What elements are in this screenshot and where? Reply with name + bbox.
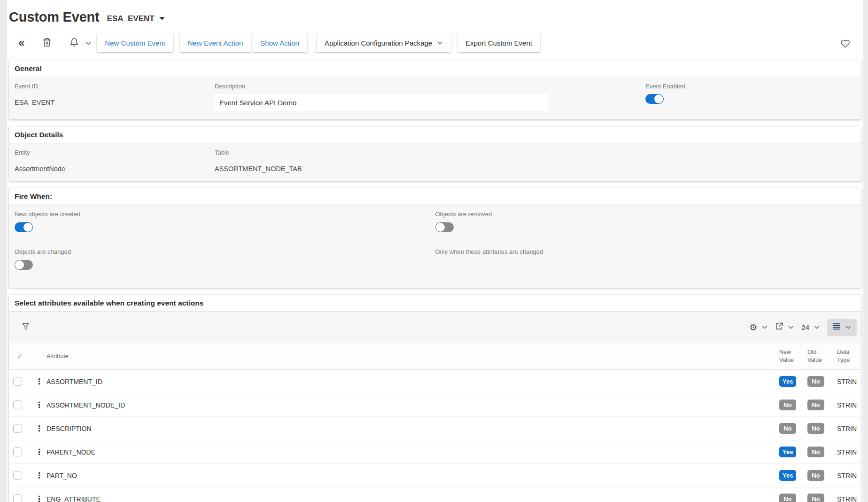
chevron-down-icon <box>788 325 794 329</box>
new-event-action-button[interactable]: New Event Action <box>180 33 251 52</box>
attribute-name: ENG_ATTRIBUTE <box>46 495 779 502</box>
table-row[interactable]: ⋮ PART_NO Yes No STRIN <box>9 464 861 487</box>
entity-field: Entity AssortmentNode <box>15 149 215 173</box>
objects-removed-label: Objects are removed <box>435 211 856 218</box>
description-label: Description <box>215 83 645 90</box>
objects-changed-label: Objects are changed <box>15 248 435 255</box>
trash-icon <box>42 37 52 49</box>
object-details-card: Object Details Entity AssortmentNode Tab… <box>9 126 861 181</box>
export-custom-event-button[interactable]: Export Custom Event <box>457 33 540 52</box>
new-objects-created-toggle[interactable] <box>15 222 33 232</box>
general-card: General Event ID ESA_EVENT Description E… <box>9 60 861 119</box>
general-card-title: General <box>9 60 861 77</box>
filter-button[interactable] <box>18 319 33 336</box>
new-value-badge: No <box>779 400 796 410</box>
objects-removed-field: Objects are removed <box>435 211 856 234</box>
column-old-value[interactable]: Old Value <box>807 348 837 364</box>
attributes-card-title: Select attributes available when creatin… <box>9 295 861 312</box>
description-input[interactable] <box>215 94 548 111</box>
old-value-badge: No <box>807 470 824 481</box>
view-mode-dropdown[interactable] <box>827 319 857 336</box>
row-checkbox[interactable] <box>13 424 22 433</box>
collapse-button[interactable]: « <box>16 34 27 51</box>
objects-changed-toggle[interactable] <box>15 260 33 270</box>
table-export-dropdown[interactable] <box>775 322 794 332</box>
delete-button[interactable] <box>39 34 54 52</box>
row-menu-kebab-icon[interactable]: ⋮ <box>31 447 46 457</box>
table-settings-dropdown[interactable]: ⚙ <box>749 323 767 332</box>
row-menu-kebab-icon[interactable]: ⋮ <box>31 376 46 386</box>
data-type-value: STRIN <box>837 425 861 432</box>
entity-value: AssortmentNode <box>15 160 215 173</box>
data-type-value: STRIN <box>837 448 861 456</box>
entity-label: Entity <box>15 149 215 156</box>
attribute-name: ASSORTMENT_ID <box>46 378 779 385</box>
row-menu-kebab-icon[interactable]: ⋮ <box>31 424 46 433</box>
row-checkbox[interactable] <box>13 471 22 480</box>
table-row[interactable]: ⋮ ASSORTMENT_ID Yes No STRIN <box>9 370 861 393</box>
record-selector[interactable]: ESA_EVENT <box>107 14 165 24</box>
table-row[interactable]: ⋮ PARENT_NODE Yes No STRIN <box>9 440 861 464</box>
chevron-down-icon <box>437 41 443 45</box>
bell-icon <box>70 37 79 49</box>
page-size-dropdown[interactable]: 24 <box>801 323 820 331</box>
show-action-button[interactable]: Show Action <box>252 33 307 52</box>
table-toolbar: ⚙ 24 <box>9 312 861 343</box>
new-value-badge: Yes <box>779 376 796 387</box>
event-enabled-label: Event Enabled <box>645 83 856 90</box>
column-new-value[interactable]: New Value <box>779 348 807 364</box>
gear-icon: ⚙ <box>749 323 757 332</box>
select-all-check-icon[interactable]: ✓ <box>9 352 31 361</box>
only-when-attributes-field: Only when these attributes are changed <box>435 248 856 272</box>
table-row[interactable]: ⋮ DESCRIPTION No No STRIN <box>9 417 861 440</box>
favorite-button[interactable] <box>837 36 853 53</box>
column-attribute[interactable]: Attribute <box>46 353 779 360</box>
table-row[interactable]: ⋮ ASSORTMENT_NODE_ID No No STRIN <box>9 393 861 417</box>
attribute-name: PARENT_NODE <box>46 448 779 456</box>
table-value: ASSORTMENT_NODE_TAB <box>215 160 856 173</box>
new-custom-event-button[interactable]: New Custom Event <box>97 33 173 52</box>
data-type-value: STRIN <box>837 401 861 409</box>
event-enabled-field: Event Enabled <box>645 83 856 111</box>
event-id-label: Event ID <box>15 83 215 90</box>
new-objects-created-field: New objects are created <box>15 211 435 234</box>
application-configuration-package-dropdown[interactable]: Application Configuration Package <box>317 33 451 52</box>
row-checkbox[interactable] <box>13 377 22 386</box>
table-field: Table ASSORTMENT_NODE_TAB <box>215 149 856 173</box>
objects-changed-field: Objects are changed <box>15 248 435 272</box>
column-data-type[interactable]: Data Type <box>837 348 861 364</box>
row-menu-kebab-icon[interactable]: ⋮ <box>31 471 46 480</box>
attribute-name: DESCRIPTION <box>46 425 779 432</box>
attributes-card: Select attributes available when creatin… <box>9 295 861 502</box>
row-checkbox[interactable] <box>13 447 22 456</box>
data-type-value: STRIN <box>837 378 861 385</box>
row-checkbox[interactable] <box>13 400 22 409</box>
event-id-field: Event ID ESA_EVENT <box>15 83 215 111</box>
main-content: Custom Event ESA_EVENT « <box>7 0 863 502</box>
bell-chevron-down-icon[interactable] <box>85 39 91 47</box>
old-value-badge: No <box>807 423 824 434</box>
fire-when-card-title: Fire When: <box>9 188 861 205</box>
table-row[interactable]: ⋮ ENG_ATTRIBUTE No No STRIN <box>9 487 861 502</box>
old-value-badge: No <box>807 447 824 457</box>
data-type-value: STRIN <box>837 472 861 479</box>
row-menu-kebab-icon[interactable]: ⋮ <box>31 400 46 410</box>
caret-down-icon <box>159 17 165 20</box>
page-title: Custom Event <box>9 9 100 25</box>
chevron-down-icon <box>762 325 767 329</box>
objects-removed-toggle[interactable] <box>435 222 454 232</box>
row-checkbox[interactable] <box>13 494 22 502</box>
row-menu-kebab-icon[interactable]: ⋮ <box>31 494 46 502</box>
fire-when-card: Fire When: New objects are created Objec… <box>9 188 861 288</box>
event-enabled-toggle[interactable] <box>645 94 664 104</box>
share-export-icon <box>775 322 783 332</box>
notification-bell-button[interactable] <box>67 34 82 52</box>
new-value-badge: Yes <box>779 447 796 457</box>
command-bar: « <box>9 32 855 53</box>
page-size-value: 24 <box>801 323 809 331</box>
only-when-attributes-label: Only when these attributes are changed <box>435 248 856 255</box>
new-value-badge: No <box>779 494 796 502</box>
old-value-badge: No <box>807 400 824 410</box>
old-value-badge: No <box>807 494 824 502</box>
heart-icon <box>840 39 850 50</box>
